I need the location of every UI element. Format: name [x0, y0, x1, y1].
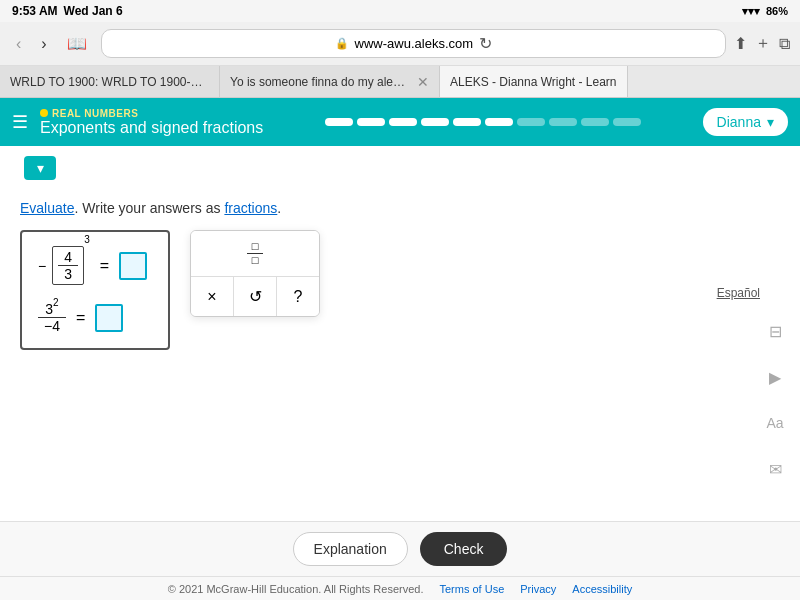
problem-1-expression: − 4 3 3 =	[38, 246, 147, 285]
forward-button[interactable]: ›	[35, 33, 52, 55]
mail-icon-button[interactable]: ✉	[758, 452, 792, 486]
progress-seg-1	[325, 118, 353, 126]
topic-info: REAL NUMBERS Exponents and signed fracti…	[40, 108, 263, 137]
lock-icon: 🔒	[335, 37, 349, 50]
privacy-link[interactable]: Privacy	[520, 583, 556, 595]
fraction-3sq-neg4: 32 −4	[38, 301, 66, 334]
main-content: Evaluate. Write your answers as fraction…	[0, 190, 800, 360]
status-bar: 9:53 AM Wed Jan 6 ▾▾▾ 86%	[0, 0, 800, 22]
base-3: 3	[45, 301, 53, 317]
undo-key[interactable]: ↺	[234, 277, 277, 316]
check-button[interactable]: Check	[420, 532, 508, 566]
problem-2: 32 −4 =	[38, 301, 152, 334]
wifi-icon: ▾▾▾	[742, 5, 760, 18]
header-left: ☰ REAL NUMBERS Exponents and signed frac…	[12, 108, 263, 137]
user-chevron-icon: ▾	[767, 114, 774, 130]
collapse-button[interactable]: ▾	[24, 156, 56, 180]
user-menu-button[interactable]: Dianna ▾	[703, 108, 788, 136]
problem-container: − 4 3 3 =	[20, 230, 780, 350]
progress-seg-5	[453, 118, 481, 126]
collapse-area: ▾	[0, 146, 800, 190]
accessibility-link[interactable]: Accessibility	[572, 583, 632, 595]
app-header: ☰ REAL NUMBERS Exponents and signed frac…	[0, 98, 800, 146]
instruction-text: Evaluate. Write your answers as fraction…	[20, 200, 780, 216]
equals-1: =	[100, 257, 109, 275]
equals-2: =	[76, 309, 85, 327]
math-box: − 4 3 3 =	[20, 230, 170, 350]
denominator-neg4: −4	[44, 318, 60, 334]
page-area: ▾ Español Evaluate. Write your answers a…	[0, 146, 800, 576]
keypad: □ □ × ↺ ?	[190, 230, 320, 317]
problem-2-expression: 32 −4 =	[38, 301, 123, 334]
new-tab-button[interactable]: ＋	[755, 33, 771, 54]
terms-link[interactable]: Terms of Use	[439, 583, 504, 595]
url-text: www-awu.aleks.com	[355, 36, 473, 51]
fraction-key-icon: □ □	[247, 241, 263, 266]
bottom-bar: Explanation Check	[0, 521, 800, 576]
progress-seg-3	[389, 118, 417, 126]
reload-button[interactable]: ↻	[479, 34, 492, 53]
browser-chrome: ‹ › 📖 🔒 www-awu.aleks.com ↻ ⬆ ＋ ⧉	[0, 22, 800, 66]
progress-seg-10	[613, 118, 641, 126]
negative-sign-1: −	[38, 258, 46, 274]
answer-input-1[interactable]	[119, 252, 147, 280]
progress-seg-2	[357, 118, 385, 126]
copyright-text: © 2021 McGraw-Hill Education. All Rights…	[168, 583, 424, 595]
problem-1: − 4 3 3 =	[38, 246, 152, 285]
text-size-icon-button[interactable]: Aa	[758, 406, 792, 440]
back-button[interactable]: ‹	[10, 33, 27, 55]
browser-tabs: WRLD TO 1900: WRLD TO 1900-002 | Schoolo…	[0, 66, 800, 98]
grid-icon: ⊟	[769, 322, 782, 341]
date-display: Wed Jan 6	[64, 4, 123, 18]
status-bar-right: ▾▾▾ 86%	[742, 5, 788, 18]
keypad-row-2: × ↺ ?	[191, 277, 319, 316]
progress-seg-4	[421, 118, 449, 126]
explanation-button[interactable]: Explanation	[293, 532, 408, 566]
right-sidebar: ⊟ ▶ Aa ✉	[758, 314, 792, 486]
evaluate-link[interactable]: Evaluate	[20, 200, 74, 216]
progress-seg-6	[485, 118, 513, 126]
keypad-row-1: □ □	[191, 231, 319, 277]
tab-aleks-question[interactable]: Yo is someone finna do my aleks?... I on…	[220, 66, 440, 97]
share-button[interactable]: ⬆	[734, 34, 747, 53]
address-bar[interactable]: 🔒 www-awu.aleks.com ↻	[101, 29, 726, 58]
text-size-icon: Aa	[766, 415, 783, 431]
status-bar-left: 9:53 AM Wed Jan 6	[12, 4, 123, 18]
espanol-link[interactable]: Español	[717, 286, 760, 300]
progress-bar	[325, 118, 641, 126]
fraction-key[interactable]: □ □	[191, 231, 319, 276]
chevron-down-icon: ▾	[37, 160, 44, 176]
hamburger-menu[interactable]: ☰	[12, 111, 28, 133]
topic-dot	[40, 109, 48, 117]
footer: © 2021 McGraw-Hill Education. All Rights…	[0, 576, 800, 600]
tab-schoology[interactable]: WRLD TO 1900: WRLD TO 1900-002 | Schoolo…	[0, 66, 220, 97]
topic-category: REAL NUMBERS	[40, 108, 263, 119]
progress-seg-8	[549, 118, 577, 126]
answer-input-2[interactable]	[95, 304, 123, 332]
video-icon-button[interactable]: ▶	[758, 360, 792, 394]
exp-2: 2	[53, 297, 59, 308]
tab-aleks-learn[interactable]: ALEKS - Dianna Wright - Learn	[440, 66, 628, 97]
user-name: Dianna	[717, 114, 761, 130]
topic-name: Exponents and signed fractions	[40, 119, 263, 137]
battery-display: 86%	[766, 5, 788, 17]
bookmarks-button[interactable]: 📖	[61, 32, 93, 55]
clear-key[interactable]: ×	[191, 277, 234, 316]
tabs-button[interactable]: ⧉	[779, 35, 790, 53]
progress-seg-7	[517, 118, 545, 126]
mail-icon: ✉	[769, 460, 782, 479]
progress-seg-9	[581, 118, 609, 126]
fractions-link[interactable]: fractions	[224, 200, 277, 216]
grid-icon-button[interactable]: ⊟	[758, 314, 792, 348]
time-display: 9:53 AM	[12, 4, 58, 18]
play-icon: ▶	[769, 368, 781, 387]
help-key[interactable]: ?	[277, 277, 319, 316]
tab-close-icon[interactable]: ✕	[417, 74, 429, 90]
fraction-4-3: 4 3	[58, 249, 78, 282]
